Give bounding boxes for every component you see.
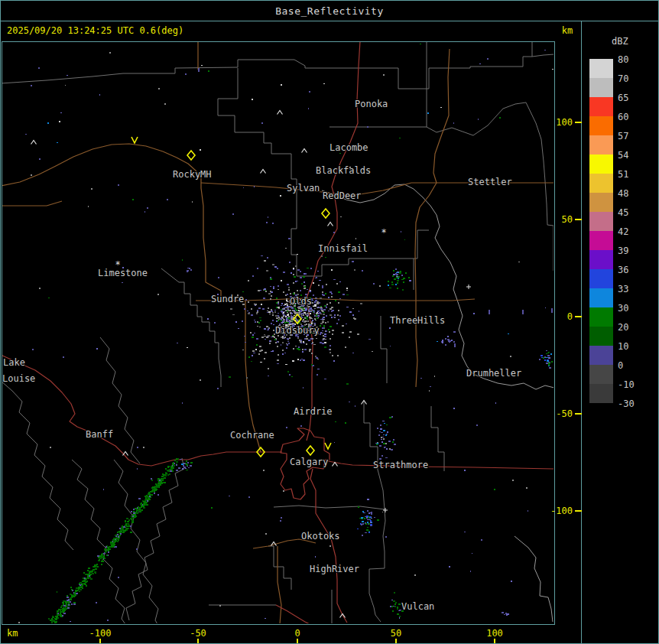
x-tick <box>297 639 298 644</box>
y-tick-label: 100 <box>556 117 573 128</box>
city-label: Sundre <box>211 294 244 304</box>
city-label: Vulcan <box>401 601 434 612</box>
chevron-marker-icon <box>278 111 283 115</box>
city-label: Lake <box>3 357 25 368</box>
highway-line <box>307 41 360 441</box>
city-label: Limestone <box>98 268 148 278</box>
radar-site-diamond-icon <box>307 446 314 455</box>
radar-display: **PonokaLacombeBlackfaldsRockyMHSylvanRe… <box>1 1 659 644</box>
county-line <box>218 68 297 276</box>
plus-marker-icon <box>466 285 471 289</box>
y-tick-label: -50 <box>556 408 573 419</box>
radar-map[interactable]: **PonokaLacombeBlackfaldsRockyMHSylvanRe… <box>1 41 554 627</box>
dbz-scale-label: 45 <box>618 207 653 218</box>
county-line <box>114 460 158 624</box>
county-line <box>532 54 554 57</box>
echo-dash <box>522 310 524 314</box>
dbz-scale-label: 51 <box>618 169 653 180</box>
city-label: Cochrane <box>230 430 274 441</box>
dbz-scale-label: -30 <box>618 398 653 409</box>
road-line <box>1 144 201 188</box>
y-tick <box>575 122 582 123</box>
city-label: Banff <box>86 429 113 440</box>
dbz-scale-label: -10 <box>618 379 653 390</box>
chevron-marker-icon <box>261 170 266 174</box>
y-tick <box>575 316 582 317</box>
x-tick-label: -50 <box>190 628 206 639</box>
interference-spike <box>50 458 179 625</box>
x-tick <box>395 639 397 644</box>
dbz-scale-label: 10 <box>618 341 653 352</box>
river-line <box>515 536 553 622</box>
dbz-scale-label: 80 <box>618 54 653 65</box>
chevron-marker-icon <box>271 542 277 546</box>
city-label: ThreeHills <box>390 315 445 326</box>
echo-dash <box>198 68 200 72</box>
dbz-scale-label: 65 <box>618 93 653 103</box>
city-label: Calgary <box>290 457 329 467</box>
dbz-scale-label: 42 <box>618 226 653 237</box>
highway-line <box>1 355 282 466</box>
city-label: Stettler <box>468 177 512 187</box>
dbz-scale-label: 36 <box>618 265 653 275</box>
radar-site-diamond-icon <box>187 151 195 160</box>
road-line <box>1 201 62 206</box>
y-tick-label: 50 <box>562 214 573 225</box>
city-labels: PonokaLacombeBlackfaldsRockyMHSylvanRedD… <box>2 99 521 612</box>
x-tick <box>494 639 495 644</box>
city-label: Sylvan <box>287 183 320 194</box>
dbz-scale-label: 0 <box>618 360 653 371</box>
y-tick <box>575 510 582 512</box>
road-line <box>415 49 450 387</box>
county-line <box>268 546 291 590</box>
city-label: Airdrie <box>294 406 333 417</box>
chevron-marker-icon <box>31 141 37 145</box>
map-markers: ** <box>31 111 472 618</box>
plus-marker-icon <box>383 508 388 512</box>
dbz-scale-label: 70 <box>618 73 653 84</box>
x-tick-label: 0 <box>294 628 300 639</box>
city-label: RockyMH <box>173 169 212 180</box>
city-label: Lacombe <box>330 142 368 153</box>
chevron-marker-icon <box>302 149 307 153</box>
vee-marker-icon <box>131 137 138 143</box>
echo-dash <box>489 310 490 314</box>
highway-line <box>310 469 347 623</box>
city-label: Didsbury <box>275 325 320 336</box>
y-tick-label: 0 <box>567 311 573 322</box>
x-tick-label: -100 <box>89 628 112 639</box>
vee-marker-icon <box>325 443 331 449</box>
echo-dash <box>442 340 443 343</box>
county-line <box>1 41 532 89</box>
city-label: Louise <box>2 373 35 384</box>
city-label: Drumheller <box>466 368 521 379</box>
river-line <box>322 184 554 389</box>
echo-dash <box>454 343 456 347</box>
y-tick-label: -100 <box>550 506 573 516</box>
highway-line <box>324 460 554 469</box>
y-tick <box>575 219 582 220</box>
x-tick <box>99 639 101 644</box>
star-marker-icon: * <box>381 227 386 238</box>
x-tick <box>197 639 199 644</box>
dbz-scale-label: 57 <box>618 131 653 141</box>
radar-app-window: Base_Reflectivity 2025/09/20 13:24:25 UT… <box>0 0 659 644</box>
radar-site-diamond-icon <box>322 209 330 218</box>
x-tick-label: 50 <box>391 628 401 639</box>
city-label: Strathmore <box>373 460 428 470</box>
road-line <box>307 298 475 301</box>
dbz-scale-label: 39 <box>618 246 653 256</box>
city-label: Innisfail <box>318 243 368 254</box>
city-label: Ponoka <box>355 99 388 109</box>
y-tick <box>575 413 582 415</box>
city-label: Okotoks <box>301 531 340 542</box>
county-line <box>330 41 553 271</box>
city-label: Olds <box>290 296 312 307</box>
dbz-scale-label: 30 <box>618 303 653 314</box>
county-line <box>100 337 140 463</box>
dbz-scale-label: 20 <box>618 322 653 333</box>
city-label: RedDeer <box>323 190 362 201</box>
dbz-scale-label: 60 <box>618 112 653 122</box>
county-line <box>381 316 387 383</box>
county-line <box>431 406 444 471</box>
